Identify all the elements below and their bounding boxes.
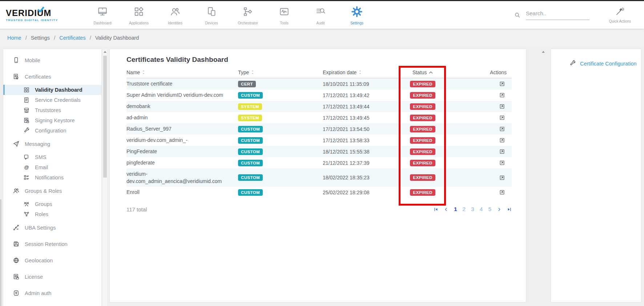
- open-record-button[interactable]: [498, 148, 506, 155]
- sidebar-item-label: Admin auth: [25, 290, 51, 296]
- sidebar-item-label: Email: [35, 164, 48, 170]
- sidebar-item-groups[interactable]: Groups: [3, 199, 101, 209]
- last-page-icon[interactable]: [507, 207, 512, 212]
- scrollbar-up-arrow[interactable]: [542, 51, 545, 53]
- nav-item-label: Orchestrator: [238, 21, 258, 25]
- scrollbar-up-arrow[interactable]: [104, 51, 106, 53]
- sort-asc-icon: [429, 71, 433, 74]
- nav-item-dashboard[interactable]: Dashboard: [84, 5, 121, 25]
- sidebar-item-configuration[interactable]: Configuration: [3, 126, 101, 136]
- sidebar-item-notifications[interactable]: Notifications: [3, 172, 101, 183]
- uba-icon: [13, 224, 20, 231]
- email-icon: @: [23, 164, 30, 171]
- content-scrollbar[interactable]: [541, 49, 546, 302]
- cell-name: PingFederate: [126, 148, 238, 155]
- cell-actions: [444, 80, 512, 88]
- nav-item-orchestrator[interactable]: Orchestrator: [230, 5, 266, 25]
- cell-name: Super Admin VeridiumID veridium-dev.com: [126, 91, 238, 99]
- logo-wordmark: VERIDIUM: [6, 8, 51, 18]
- nav-item-label: Audit: [317, 21, 325, 25]
- sidebar-item-email[interactable]: @Email: [3, 162, 101, 172]
- sidebar-item-label: Signing Keystore: [35, 118, 75, 123]
- sidebar-item-certificates[interactable]: Certificates: [3, 68, 101, 85]
- open-record-button[interactable]: [498, 80, 506, 88]
- page-number-2[interactable]: 2: [463, 206, 466, 212]
- sidebar-item-uba-settings[interactable]: UBA Settings: [3, 219, 101, 236]
- nav-item-tools[interactable]: Tools: [266, 5, 302, 25]
- column-header-name[interactable]: Name: [126, 69, 238, 75]
- nav-item-audit[interactable]: Audit: [302, 5, 339, 25]
- breadcrumb-certificates[interactable]: Certificates: [59, 35, 86, 41]
- scrollbar-thumb[interactable]: [103, 56, 107, 178]
- sidebar-item-sms[interactable]: SMS: [3, 152, 101, 162]
- column-header-actions[interactable]: Actions: [444, 69, 512, 75]
- sidebar-item-label: Certificates: [25, 74, 51, 80]
- sidebar-item-truststores[interactable]: Truststores: [3, 105, 101, 115]
- table-footer: 117 total 12345: [126, 206, 512, 212]
- open-record-button[interactable]: [498, 188, 506, 196]
- nav-item-label: Devices: [205, 21, 218, 25]
- sidebar-item-groups-roles[interactable]: Groups & Roles: [3, 183, 101, 199]
- top-navigation: DashboardApplicationsIdentitiesDevicesOr…: [84, 5, 375, 25]
- sidebar-item-admin-auth[interactable]: Admin auth: [3, 285, 101, 301]
- open-record-button[interactable]: [498, 103, 506, 110]
- window-scrollbar[interactable]: [0, 199, 1, 306]
- sidebar-item-signing-keystore[interactable]: Signing Keystore: [3, 115, 101, 126]
- prev-page-icon[interactable]: [444, 207, 448, 212]
- open-record-button[interactable]: [498, 91, 506, 99]
- cell-expiration: 25/02/2022 18:29:08: [323, 190, 401, 195]
- sidebar-item-roles[interactable]: Roles: [3, 209, 101, 219]
- breadcrumb-home[interactable]: Home: [7, 35, 21, 41]
- page-number-1[interactable]: 1: [454, 206, 457, 212]
- sidebar-item-label: UBA Settings: [25, 225, 56, 231]
- type-badge: CUSTOM: [238, 137, 263, 144]
- open-record-button[interactable]: [498, 125, 506, 133]
- app-header: VERIDIUM TRUSTED DIGITAL IDENTITY Dashbo…: [0, 1, 644, 29]
- sidebar-item-label: Truststores: [35, 107, 61, 113]
- table-header-row: NameTypeExpiration dateStatusActions: [126, 67, 512, 78]
- sidebar-item-session-retention[interactable]: Session Retention: [3, 236, 101, 252]
- license-icon: [13, 273, 20, 280]
- sidebar-item-license[interactable]: License: [3, 269, 101, 285]
- nav-item-identities[interactable]: Identities: [157, 5, 193, 25]
- sidebar-item-messaging[interactable]: Messaging: [3, 136, 101, 152]
- sidebar-item-label: Validity Dashboard: [35, 87, 82, 93]
- open-record-button[interactable]: [498, 159, 506, 167]
- status-badge: EXPIRED: [410, 126, 435, 132]
- quick-actions-button[interactable]: Quick Actions: [602, 7, 638, 23]
- sidebar-item-label: Groups: [35, 201, 52, 207]
- sidebar-item-geolocation[interactable]: Geolocation: [3, 252, 101, 269]
- cell-status: EXPIRED: [401, 126, 444, 132]
- document-icon: [23, 97, 30, 103]
- cell-expiration: 17/12/2021 13:49:45: [323, 115, 401, 121]
- cell-name: demobank: [126, 103, 238, 110]
- next-page-icon[interactable]: [497, 207, 502, 212]
- certificate-configuration-link[interactable]: Certificate Configuration: [551, 49, 641, 67]
- table-row: ad-adminSYSTEM17/12/2021 13:49:45EXPIRED: [126, 112, 512, 123]
- open-record-button[interactable]: [498, 136, 506, 144]
- truststore-icon: [23, 107, 30, 114]
- sidebar-item-label: Geolocation: [25, 258, 53, 263]
- column-header-expiration-date[interactable]: Expiration date: [323, 69, 401, 75]
- groups-roles-icon: [13, 187, 20, 194]
- page-number-3[interactable]: 3: [471, 206, 474, 212]
- column-header-status[interactable]: Status: [401, 69, 444, 75]
- sidebar-scrollbar[interactable]: [103, 49, 107, 306]
- groups-icon: [23, 201, 30, 207]
- nav-item-applications[interactable]: Applications: [121, 5, 157, 25]
- nav-item-settings[interactable]: Settings: [339, 5, 375, 25]
- type-badge: CUSTOM: [238, 126, 263, 132]
- veridium-logo[interactable]: VERIDIUM TRUSTED DIGITAL IDENTITY: [0, 8, 79, 22]
- nav-item-devices[interactable]: Devices: [193, 5, 230, 25]
- open-record-button[interactable]: [498, 114, 506, 122]
- cell-status: EXPIRED: [401, 189, 444, 196]
- open-record-button[interactable]: [498, 174, 506, 182]
- search-input[interactable]: [526, 10, 589, 16]
- sidebar-item-mobile[interactable]: Mobile: [3, 52, 101, 68]
- sidebar-item-service-credentials[interactable]: Service Credentials: [3, 95, 101, 105]
- column-header-type[interactable]: Type: [238, 69, 323, 75]
- sidebar-item-validity-dashboard[interactable]: Validity Dashboard: [3, 85, 101, 95]
- page-number-5[interactable]: 5: [488, 206, 491, 212]
- page-number-4[interactable]: 4: [480, 206, 483, 212]
- first-page-icon[interactable]: [434, 207, 438, 212]
